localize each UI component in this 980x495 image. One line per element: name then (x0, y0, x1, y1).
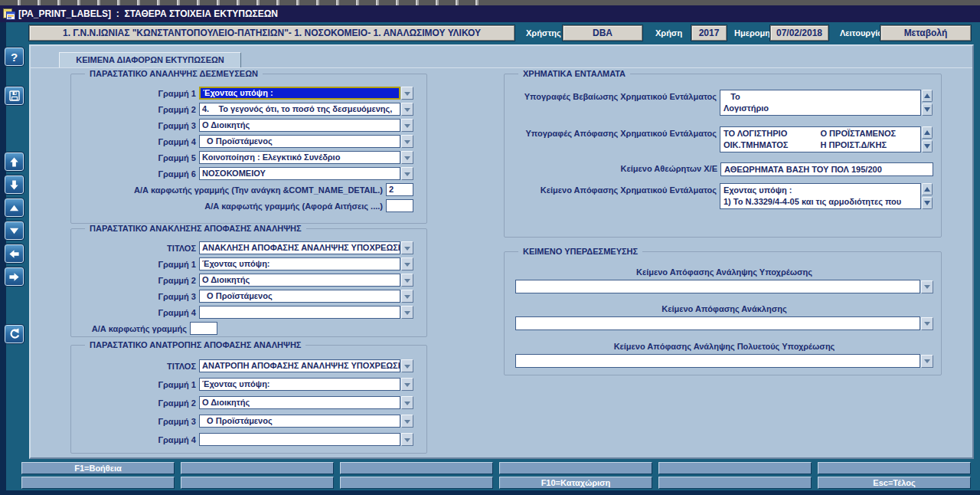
line4-combo[interactable] (199, 433, 400, 446)
textarea-scrollbar (922, 183, 933, 209)
fiscal-year-field[interactable]: 2017 (691, 25, 727, 41)
dropdown-button[interactable] (401, 167, 413, 180)
line4-combo[interactable] (199, 306, 400, 319)
help-button[interactable]: ? (4, 47, 24, 67)
field-row: Γραμμή 3 Ο Διοικητής (77, 119, 413, 132)
group-title: ΚΕΙΜΕΝΟ ΥΠΕΡΔΕΣΜΕΥΣΗΣ (518, 247, 642, 256)
pinned-line-input[interactable] (190, 322, 217, 335)
block-up-button[interactable] (4, 198, 24, 218)
record-up-button[interactable] (4, 152, 24, 172)
record-down-button[interactable] (4, 175, 24, 195)
fn-blank-button[interactable] (818, 462, 971, 474)
establishment-field[interactable]: 1. Γ.Ν.Ν.ΙΩΝΙΑΣ "ΚΩΝΣΤΑΝΤΟΠΟΥΛΕΙΟ-ΠΑΤΗΣΙ… (29, 25, 514, 41)
fn-blank-button[interactable] (181, 477, 334, 489)
line1-combo[interactable]: Έχοντας υπόψη: (199, 257, 400, 270)
field-next-button[interactable] (4, 267, 24, 287)
fn-blank-button[interactable] (499, 462, 652, 474)
dropdown-button[interactable] (401, 433, 413, 446)
fn-blank-button[interactable] (181, 462, 334, 474)
dropdown-button[interactable] (401, 415, 413, 428)
scroll-down-button[interactable] (922, 103, 933, 116)
line3-combo[interactable]: Ο Προϊστάμενος (199, 290, 400, 303)
decision-signatures-textarea[interactable]: ΤΟ ΛΟΓΙΣΤΗΡΙΟ Ο ΠΡΟΪΣΤΑΜΕΝΟΣ ΟΙΚ.ΤΜΗΜΑΤΟ… (720, 126, 921, 152)
dropdown-button[interactable] (401, 257, 413, 270)
fn-f1-help-button[interactable]: F1=Βοήθεια (21, 462, 175, 474)
chevron-down-icon (404, 279, 410, 283)
fn-f10-commit-button[interactable]: F10=Καταχώριση (499, 477, 652, 489)
dropdown-button[interactable] (401, 135, 413, 148)
exit-back-button[interactable] (4, 324, 24, 344)
title-combo[interactable]: ΑΝΑΤΡΟΠΗ ΑΠΟΦΑΣΗΣ ΑΝΑΛΗΨΗΣ ΥΠΟΧΡΕΩΣΗΣ (199, 359, 400, 372)
signature-cell: ΟΙΚ.ΤΜΗΜΑΤΟΣ (724, 139, 821, 151)
dropdown-button[interactable] (401, 396, 413, 409)
scroll-up-button[interactable] (922, 183, 933, 195)
dropdown-button[interactable] (921, 280, 933, 293)
field-row: Γραμμή 1 Έχοντας υπόψη : (77, 87, 413, 100)
dropdown-button[interactable] (401, 290, 413, 303)
date-field[interactable]: 07/02/2018 (770, 25, 828, 41)
certification-signatures-label: Υπογραφές Βεβαίωσης Χρηματικού Εντάλματο… (509, 90, 720, 101)
dropdown-button[interactable] (401, 87, 413, 100)
line2-combo[interactable]: Ο Διοικητής (199, 396, 400, 409)
dropdown-button[interactable] (401, 306, 413, 319)
scroll-up-button[interactable] (922, 126, 933, 139)
commitment-decision-text-combo[interactable] (515, 280, 920, 293)
revocation-decision-text-combo[interactable] (515, 316, 920, 330)
tab-print-texts[interactable]: ΚΕΙΜΕΝΑ ΔΙΑΦΟΡΩΝ ΕΚΤΥΠΩΣΕΩΝ (59, 52, 241, 68)
save-button[interactable] (4, 86, 24, 106)
field-row: Α/Α καρφωτής γραμμής (Την ανάγκη &COMT_N… (77, 183, 413, 196)
fn-blank-button[interactable] (658, 462, 812, 474)
dropdown-button[interactable] (401, 359, 413, 372)
order-decision-textarea[interactable]: Εχοντας υπόψη : 1) Το Ν.3329/4-4-05 και … (720, 183, 921, 209)
group-payment-orders: ΧΡΗΜΑΤΙΚΑ ΕΝΤΑΛΜΑΤΑ Υπογραφές Βεβαίωσης … (504, 74, 942, 238)
dropdown-button[interactable] (401, 151, 413, 164)
undo-icon (8, 328, 21, 340)
line3-combo[interactable]: Ο Διοικητής (199, 119, 400, 132)
dropdown-button[interactable] (921, 317, 933, 330)
textarea-scrollbar (922, 126, 933, 152)
group-title: ΧΡΗΜΑΤΙΚΑ ΕΝΤΑΛΜΑΤΑ (518, 69, 630, 78)
dropdown-button[interactable] (401, 378, 413, 391)
scroll-down-button[interactable] (922, 140, 933, 152)
unstamped-text-input[interactable]: ΑΘΕΩΡΗΜΑΤΑ ΒΑΣΗ ΤΟΥ ΠΟΛ 195/200 (720, 162, 933, 176)
fn-blank-button[interactable] (21, 477, 175, 489)
field-row (515, 280, 933, 293)
field-row: Κείμενο Αθεώρητων Χ/Ε ΑΘΕΩΡΗΜΑΤΑ ΒΑΣΗ ΤΟ… (509, 162, 933, 176)
multiyear-decision-text-combo[interactable] (515, 354, 920, 368)
certification-signatures-textarea[interactable]: Το Λογιστήριο (720, 90, 921, 116)
fn-blank-button[interactable] (658, 477, 812, 489)
dropdown-button[interactable] (401, 103, 413, 116)
dropdown-button[interactable] (401, 274, 413, 287)
line6-combo[interactable]: ΝΟΣΟΚΟΜΕΙΟΥ (199, 167, 400, 180)
block-down-button[interactable] (4, 221, 24, 241)
scroll-down-button[interactable] (922, 197, 933, 209)
pinned-line-input[interactable]: 2 (386, 183, 413, 196)
triangle-up-icon (8, 202, 20, 214)
fn-blank-button[interactable] (340, 477, 493, 489)
title-bar: [PA_PRINT_LABELS] : ΣΤΑΘΕΡΑ ΣΤΟΙΧΕΙΑ ΕΚΤ… (0, 5, 980, 22)
scroll-up-button[interactable] (922, 90, 933, 102)
line2-combo[interactable]: 4. Το γεγονός ότι, το ποσό της δεσμευόμε… (199, 103, 400, 116)
title-combo[interactable]: ΑΝΑΚΛΗΣΗ ΑΠΟΦΑΣΗΣ ΑΝΑΛΗΨΗΣ ΥΠΟΧΡΕΩΣΗΣ (199, 241, 400, 254)
arrow-left-icon (8, 248, 20, 260)
line5-combo[interactable]: Κοινοποίηση : Ελεγκτικό Συνέδριο (199, 151, 400, 164)
revocation-decision-text-label: Κείμενο Απόφασης Ανάκλησης (515, 304, 933, 314)
dropdown-button[interactable] (401, 241, 413, 254)
dropdown-button[interactable] (921, 355, 933, 368)
line2-combo[interactable]: Ο Διοικητής (199, 274, 400, 287)
line1-combo[interactable]: Έχοντας υπόψη : (199, 87, 400, 100)
line3-combo[interactable]: Ο Προϊστάμενος (199, 415, 400, 428)
field-previous-button[interactable] (4, 244, 24, 264)
user-field[interactable]: DBA (563, 25, 642, 41)
fn-esc-exit-button[interactable]: Esc=Τέλος (818, 477, 971, 489)
line1-combo[interactable]: Έχοντας υπόψη: (199, 378, 400, 391)
line-label: Γραμμή 4 (77, 308, 199, 317)
line4-combo[interactable]: Ο Προϊστάμενος (199, 135, 400, 148)
dropdown-button[interactable] (401, 119, 413, 132)
mode-field[interactable]: Μεταβολή (880, 25, 971, 41)
chevron-down-icon (404, 247, 410, 251)
clipped-toolbar-icons (5, 0, 487, 5)
fn-blank-button[interactable] (340, 462, 493, 474)
field-row: Γραμμή 1 Έχοντας υπόψη: (77, 378, 413, 391)
pinned-line-input[interactable] (386, 199, 413, 212)
